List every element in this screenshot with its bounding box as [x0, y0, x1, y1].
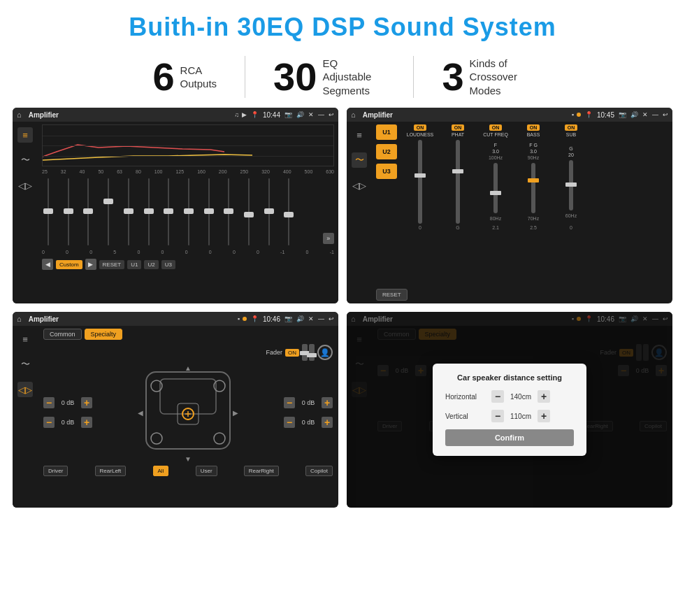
- fader-person-icon: 👤: [317, 345, 333, 360]
- dialog-vertical-control: − 110cm +: [491, 410, 550, 422]
- back-icon-3[interactable]: ↩: [329, 315, 334, 322]
- eq-slider-2[interactable]: [82, 177, 94, 247]
- minimize-icon-2[interactable]: —: [652, 111, 658, 118]
- minimize-icon-3[interactable]: —: [318, 315, 324, 322]
- eq-slider-3[interactable]: [102, 177, 115, 247]
- phat-on-badge: ON: [452, 124, 465, 131]
- sidebar-wave-icon-2[interactable]: 〜: [352, 152, 367, 168]
- db-plus-fl[interactable]: +: [81, 397, 92, 408]
- u3-button[interactable]: U3: [376, 164, 397, 179]
- menu-icon-3: ▪: [238, 315, 240, 322]
- screen-body-eq: ≡ 〜 ◁▷: [13, 122, 338, 303]
- eq-slider-8[interactable]: [203, 177, 215, 247]
- close-icon-2[interactable]: ✕: [642, 111, 648, 118]
- bass-on-badge: ON: [527, 124, 540, 131]
- eq-next-btn[interactable]: ▶: [85, 259, 96, 270]
- sidebar-speaker-icon-3[interactable]: ◁▷: [17, 382, 33, 397]
- crossover-u-buttons: U1 U2 U3 RESET: [376, 124, 398, 301]
- eq-reset-btn[interactable]: RESET: [99, 260, 125, 269]
- freq-25: 25: [42, 169, 48, 174]
- eq-slider-6[interactable]: [162, 177, 175, 247]
- eq-slider-5[interactable]: [143, 177, 155, 247]
- eq-u2-btn[interactable]: U2: [144, 260, 158, 269]
- dialog-horizontal-row: Horizontal − 140cm +: [445, 390, 574, 403]
- eq-u3-btn[interactable]: U3: [161, 260, 175, 269]
- zone-all[interactable]: All: [153, 466, 169, 476]
- location-icon-3: 📍: [251, 315, 259, 322]
- page-title: Buith-in 30EQ DSP Sound System: [0, 0, 685, 49]
- sidebar-wave-icon-3[interactable]: 〜: [17, 357, 33, 372]
- zone-rearleft[interactable]: RearLeft: [95, 466, 127, 476]
- close-icon[interactable]: ✕: [308, 111, 314, 118]
- freq-50: 50: [98, 169, 103, 174]
- eq-slider-9[interactable]: [222, 177, 235, 247]
- db-plus-fr[interactable]: +: [322, 397, 333, 408]
- fader-tab-specialty[interactable]: Specialty: [85, 329, 123, 340]
- dialog-title: Car speaker distance setting: [445, 373, 574, 382]
- db-minus-rr[interactable]: −: [284, 417, 295, 428]
- db-minus-fr[interactable]: −: [284, 397, 295, 408]
- eq-u1-btn[interactable]: U1: [127, 260, 141, 269]
- eq-expand-btn[interactable]: »: [323, 233, 334, 244]
- dot-icon-2: [577, 113, 581, 117]
- zone-driver[interactable]: Driver: [43, 466, 68, 476]
- eq-slider-line-2: [87, 178, 89, 245]
- back-icon[interactable]: ↩: [329, 111, 334, 118]
- eq-prev-btn[interactable]: ◀: [42, 259, 53, 270]
- eq-slider-line-8: [208, 178, 210, 245]
- sidebar-speaker-icon-2[interactable]: ◁▷: [352, 178, 367, 193]
- dialog-vertical-plus[interactable]: +: [538, 410, 550, 422]
- eq-slider-10[interactable]: [243, 177, 255, 247]
- sidebar-eq-icon-3[interactable]: ≡: [17, 331, 33, 347]
- zone-rearright[interactable]: RearRight: [244, 466, 279, 476]
- db-plus-rl[interactable]: +: [81, 417, 92, 428]
- eq-slider-11[interactable]: [263, 177, 275, 247]
- eq-slider-line-11: [268, 178, 270, 245]
- stat-number-crossover: 3: [442, 57, 463, 96]
- sidebar-eq-icon-2[interactable]: ≡: [352, 127, 367, 143]
- dialog-horizontal-minus[interactable]: −: [491, 390, 504, 403]
- stat-eq: 30 EQ AdjustableSegments: [245, 57, 413, 98]
- u2-button[interactable]: U2: [376, 144, 397, 159]
- db-plus-rr[interactable]: +: [322, 417, 333, 428]
- confirm-button[interactable]: Confirm: [445, 429, 574, 446]
- db-minus-fl[interactable]: −: [43, 397, 55, 408]
- home-icon-3[interactable]: ⌂: [17, 315, 22, 323]
- sidebar-eq: ≡ 〜 ◁▷: [13, 122, 38, 303]
- eq-slider-7[interactable]: [182, 177, 195, 247]
- freq-630: 630: [326, 169, 334, 174]
- db-minus-rl[interactable]: −: [43, 417, 55, 428]
- phat-value: G: [456, 225, 459, 230]
- eq-slider-0[interactable]: [42, 177, 55, 247]
- fader-tab-common[interactable]: Common: [43, 329, 82, 340]
- camera-icon-3: 📷: [284, 315, 292, 322]
- close-icon-3[interactable]: ✕: [308, 315, 314, 322]
- fader-tabs: Common Specialty: [43, 329, 333, 340]
- back-icon-2[interactable]: ↩: [663, 111, 668, 118]
- screen-body-fader: ≡ 〜 ◁▷ Common Specialty Fader ON: [13, 326, 338, 508]
- stat-rca: 6 RCAOutputs: [124, 57, 245, 96]
- screen-fader-dialog: ⌂ Amplifier ▪ 📍 10:46 📷 🔊 ✕ — ↩ ≡ 〜: [347, 312, 672, 508]
- eq-slider-1[interactable]: [62, 177, 75, 247]
- topbar-time-crossover: 10:45: [597, 111, 614, 119]
- zone-user[interactable]: User: [196, 466, 217, 476]
- eq-slider-12[interactable]: [282, 177, 295, 247]
- eq-slider-4[interactable]: [122, 177, 135, 247]
- dialog-vertical-minus[interactable]: −: [491, 410, 504, 422]
- sidebar-wave-icon[interactable]: 〜: [17, 152, 33, 168]
- location-icon-2: 📍: [585, 111, 593, 118]
- home-icon-2[interactable]: ⌂: [351, 110, 356, 119]
- zone-copilot[interactable]: Copilot: [305, 466, 333, 476]
- fader-on-badge: ON: [285, 349, 299, 357]
- sidebar-eq-icon[interactable]: ≡: [17, 127, 33, 143]
- u1-button[interactable]: U1: [376, 124, 397, 140]
- eq-custom-btn[interactable]: Custom: [56, 260, 82, 269]
- sidebar-speaker-icon[interactable]: ◁▷: [17, 178, 33, 193]
- topbar-title-crossover: Amplifier: [363, 111, 568, 119]
- fader-right-db: − 0 dB + − 0 dB +: [284, 397, 333, 431]
- svg-text:▼: ▼: [185, 455, 192, 463]
- eq-slider-line-12: [288, 178, 289, 245]
- minimize-icon[interactable]: —: [318, 111, 324, 118]
- dialog-horizontal-plus[interactable]: +: [538, 390, 550, 403]
- home-icon[interactable]: ⌂: [17, 110, 22, 119]
